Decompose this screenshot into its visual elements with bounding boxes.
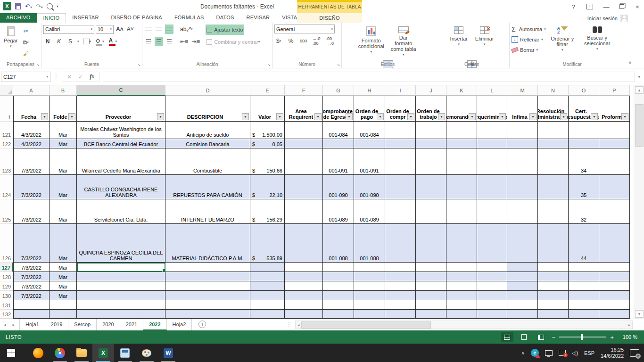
filter-dropdown-icon[interactable]: ▼ xyxy=(377,113,384,120)
cell-E124[interactable]: $22,10 xyxy=(250,175,285,199)
cell-D131[interactable] xyxy=(165,300,250,310)
vertical-scroll-thumb[interactable] xyxy=(635,104,644,147)
volume-icon[interactable]: ◁) xyxy=(572,350,578,356)
cell-H130[interactable] xyxy=(354,291,385,300)
cell-N123[interactable] xyxy=(538,148,569,175)
cell-D123[interactable]: Combustible xyxy=(165,148,250,175)
column-header-O[interactable]: O xyxy=(569,85,599,96)
cell-N128[interactable] xyxy=(538,272,569,281)
cell-F123[interactable] xyxy=(285,148,323,175)
cell-I130[interactable] xyxy=(385,291,416,300)
format-as-table-button[interactable]: Dar formato como tabla▾ xyxy=(388,25,419,58)
cell-J126[interactable] xyxy=(416,224,446,263)
cell-J124[interactable] xyxy=(416,175,446,199)
column-header-C[interactable]: C xyxy=(77,85,165,96)
cell-J125[interactable] xyxy=(416,199,446,224)
row-header-123[interactable]: 123 xyxy=(0,148,13,175)
cell-P121[interactable] xyxy=(599,122,630,139)
cell-O124[interactable]: 35 xyxy=(569,175,599,199)
tab-datos[interactable]: DATOS xyxy=(210,13,240,23)
cell-O129[interactable] xyxy=(569,281,599,291)
cell-K125[interactable] xyxy=(446,199,477,224)
cell-C130[interactable] xyxy=(77,291,165,300)
cell-N129[interactable] xyxy=(538,281,569,291)
find-select-button[interactable]: Buscar y seleccionar▾ xyxy=(579,25,616,58)
cell-C128[interactable] xyxy=(77,272,165,281)
cell-A126[interactable]: 7/3/2022 xyxy=(13,224,50,263)
cell-O132[interactable] xyxy=(569,310,599,319)
minimize-button[interactable]: — xyxy=(603,3,610,10)
cell-E128[interactable] xyxy=(250,272,285,281)
copy-icon[interactable]: ⧉▾ xyxy=(22,38,30,47)
cell-I126[interactable] xyxy=(385,224,416,263)
cell-A130[interactable]: 7/3/2022 xyxy=(13,291,50,300)
header-cell-H[interactable]: Orden de pago▼ xyxy=(354,96,385,122)
cell-H129[interactable] xyxy=(354,281,385,291)
zoom-out-icon[interactable]: − xyxy=(552,334,556,341)
cell-B123[interactable]: Mar xyxy=(50,148,77,175)
clear-button[interactable]: Borrar▾ xyxy=(512,45,546,55)
cell-E129[interactable] xyxy=(250,281,285,291)
filter-dropdown-icon[interactable]: ▼ xyxy=(469,113,476,120)
cell-H125[interactable]: 001-089 xyxy=(354,199,385,224)
cell-L125[interactable] xyxy=(477,199,507,224)
normal-view-icon[interactable] xyxy=(501,332,513,342)
cell-B126[interactable]: Mar xyxy=(50,224,77,263)
cell-J122[interactable] xyxy=(416,139,446,148)
filter-dropdown-icon[interactable]: ▼ xyxy=(157,113,164,120)
cell-N127[interactable] xyxy=(538,263,569,272)
cell-I131[interactable] xyxy=(385,300,416,310)
cell-M129[interactable] xyxy=(507,281,538,291)
cell-M128[interactable] xyxy=(507,272,538,281)
cell-G128[interactable] xyxy=(323,272,354,281)
header-cell-A[interactable]: Fecha▼ xyxy=(13,96,50,122)
filter-dropdown-icon[interactable]: ▼ xyxy=(346,113,353,120)
column-header-E[interactable]: E xyxy=(250,85,285,96)
cell-L122[interactable] xyxy=(477,139,507,148)
cell-B132[interactable] xyxy=(50,310,77,319)
cell-O125[interactable]: 32 xyxy=(569,199,599,224)
cell-L123[interactable] xyxy=(477,148,507,175)
cell-A132[interactable] xyxy=(13,310,50,319)
clock[interactable]: 16:2514/6/2022 xyxy=(601,347,624,359)
cell-H123[interactable]: 001-091 xyxy=(354,148,385,175)
row-header-132[interactable]: 132 xyxy=(0,310,13,319)
column-header-L[interactable]: L xyxy=(477,85,507,96)
taskbar-calculator[interactable] xyxy=(114,344,136,362)
cell-M127[interactable] xyxy=(507,263,538,272)
cell-O122[interactable] xyxy=(569,139,599,148)
cell-G121[interactable]: 001-084 xyxy=(323,122,354,139)
header-cell-N[interactable]: Resolución Administrativa▼ xyxy=(538,96,569,122)
horizontal-scroll-thumb[interactable] xyxy=(301,321,431,329)
sign-in[interactable]: Iniciar sesión xyxy=(587,15,628,22)
cell-F125[interactable] xyxy=(285,199,323,224)
borders-icon[interactable]: ▾ xyxy=(82,37,92,46)
cell-K129[interactable] xyxy=(446,281,477,291)
formula-bar-splitter[interactable]: ⋮ xyxy=(53,74,59,80)
filter-dropdown-icon[interactable]: ▼ xyxy=(68,113,75,120)
decrease-decimal-icon[interactable]: .00→.0 xyxy=(325,36,335,46)
header-cell-J[interactable]: Orden de trabajo▼ xyxy=(416,96,446,122)
cell-E130[interactable] xyxy=(250,291,285,300)
horizontal-scrollbar[interactable]: ◂ ▸ xyxy=(295,321,633,329)
cell-P126[interactable] xyxy=(599,224,630,263)
enter-icon[interactable]: ✓ xyxy=(78,74,83,80)
autosum-button[interactable]: ΣAutosuma▾ xyxy=(512,25,546,34)
delete-cells-button[interactable]: Eliminar▾ xyxy=(473,25,496,58)
increase-decimal-icon[interactable]: ←.0.00 xyxy=(312,36,322,46)
conditional-formatting-button[interactable]: Formato condicional▾ xyxy=(356,25,386,58)
cell-P122[interactable] xyxy=(599,139,630,148)
cell-K123[interactable] xyxy=(446,148,477,175)
cell-G123[interactable]: 001-091 xyxy=(323,148,354,175)
select-all-corner[interactable] xyxy=(0,85,13,96)
cell-J123[interactable] xyxy=(416,148,446,175)
tab-inicio[interactable]: INICIO xyxy=(37,13,66,23)
header-cell-P[interactable]: Proform▼ xyxy=(599,96,630,122)
cell-O123[interactable]: 34 xyxy=(569,148,599,175)
cell-J130[interactable] xyxy=(416,291,446,300)
column-header-F[interactable]: F xyxy=(285,85,323,96)
notification-center-icon[interactable]: 2 xyxy=(630,349,639,357)
cell-P127[interactable] xyxy=(599,263,630,272)
number-dialog-launcher[interactable]: ↘ xyxy=(337,63,340,67)
cell-G129[interactable] xyxy=(323,281,354,291)
